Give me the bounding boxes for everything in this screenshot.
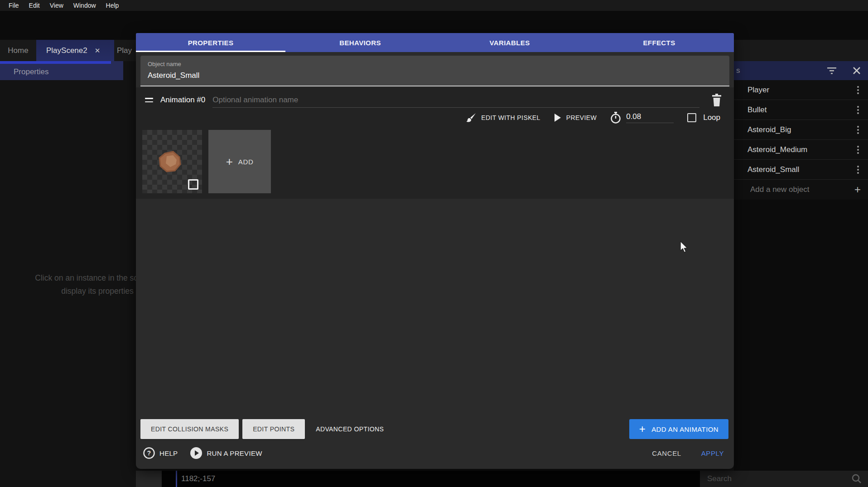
- dialog-buttons-row: EDIT COLLISION MASKS EDIT POINTS ADVANCE…: [136, 419, 734, 439]
- scene-status-divider: [176, 471, 177, 487]
- menu-bar: File Edit View Window Help: [0, 0, 868, 11]
- dialog-empty-area: [136, 199, 734, 419]
- frame-thumbnail[interactable]: [142, 130, 202, 193]
- edit-collision-masks-button[interactable]: EDIT COLLISION MASKS: [140, 419, 239, 439]
- object-editor-dialog: PROPERTIES BEHAVIORS VARIABLES EFFECTS O…: [136, 33, 734, 469]
- add-an-animation-button[interactable]: + ADD AN ANIMATION: [629, 419, 728, 439]
- delete-animation-icon[interactable]: [711, 94, 722, 106]
- apply-button[interactable]: APPLY: [701, 449, 724, 457]
- tab-playscene2[interactable]: PlayScene2 ✕: [36, 40, 114, 61]
- frame-select-checkbox[interactable]: [188, 179, 198, 190]
- dialog-actions: CANCEL APPLY: [652, 449, 724, 457]
- advanced-options-button[interactable]: ADVANCED OPTIONS: [309, 419, 391, 439]
- properties-panel-title: Properties: [14, 67, 48, 76]
- app-window: File Edit View Window Help: [0, 0, 868, 487]
- time-between-frames-input[interactable]: [626, 112, 674, 123]
- properties-panel-header: Properties: [0, 61, 123, 80]
- loop-toggle[interactable]: Loop: [687, 113, 720, 122]
- scene-status-bar: [136, 471, 700, 487]
- add-object-plus-icon[interactable]: +: [854, 185, 861, 194]
- object-name-value[interactable]: Asteroid_Small: [148, 71, 722, 80]
- search-icon: [852, 474, 862, 484]
- menu-view[interactable]: View: [45, 1, 68, 10]
- kebab-menu-icon[interactable]: [855, 104, 861, 116]
- time-between-frames-field[interactable]: [610, 112, 674, 124]
- plus-icon: +: [226, 155, 233, 169]
- filter-icon[interactable]: [826, 66, 837, 75]
- objects-panel-header: s: [734, 61, 868, 80]
- menu-help[interactable]: Help: [101, 1, 124, 10]
- run-a-preview-button[interactable]: RUN A PREVIEW: [190, 447, 262, 459]
- animation-header-row: Animation #0: [136, 90, 734, 110]
- active-panel-accent-strip: [0, 61, 111, 64]
- cursor-coordinates: 1182;-157: [181, 471, 215, 487]
- animation-frames-row: + ADD: [136, 128, 734, 193]
- menu-window[interactable]: Window: [68, 1, 101, 10]
- help-icon: ?: [143, 447, 155, 459]
- close-panel-icon[interactable]: [853, 67, 861, 75]
- mouse-cursor: [680, 241, 689, 253]
- tab-close-icon[interactable]: ✕: [95, 47, 101, 55]
- object-name-label: Object name: [148, 61, 722, 67]
- edit-points-button[interactable]: EDIT POINTS: [242, 419, 305, 439]
- tab-variables[interactable]: VARIABLES: [435, 33, 584, 52]
- stopwatch-icon: [610, 112, 621, 124]
- add-new-object-row[interactable]: Add a new object +: [734, 180, 868, 200]
- kebab-menu-icon[interactable]: [855, 84, 861, 96]
- objects-panel-empty-area: [734, 200, 868, 471]
- scene-status-left-block: [136, 471, 162, 487]
- object-row-bullet[interactable]: Bullet: [734, 100, 868, 120]
- menu-file[interactable]: File: [4, 1, 24, 10]
- brush-icon: [466, 113, 476, 123]
- play-icon: [554, 114, 561, 122]
- menu-edit[interactable]: Edit: [24, 1, 45, 10]
- animation-section: Animation #0 EDIT WITH PISKEL: [136, 87, 734, 199]
- tab-home[interactable]: Home: [0, 40, 36, 61]
- run-preview-icon: [190, 447, 202, 459]
- objects-list: Player Bullet Asteroid_Big Asteroid_Medi…: [734, 80, 868, 200]
- objects-search-input[interactable]: [700, 474, 852, 483]
- dialog-tab-bar: PROPERTIES BEHAVIORS VARIABLES EFFECTS: [136, 33, 734, 52]
- cancel-button[interactable]: CANCEL: [652, 449, 681, 457]
- svg-text:?: ?: [147, 449, 151, 457]
- tab-playscene2-label: PlayScene2: [46, 46, 87, 55]
- object-name-field[interactable]: Object name Asteroid_Small: [140, 56, 729, 86]
- animation-title: Animation #0: [160, 95, 205, 105]
- drag-handle-icon[interactable]: [145, 98, 153, 102]
- loop-checkbox[interactable]: [687, 113, 696, 122]
- preview-animation-button[interactable]: PREVIEW: [554, 114, 597, 122]
- object-row-player[interactable]: Player: [734, 80, 868, 100]
- object-row-asteroid-small[interactable]: Asteroid_Small: [734, 160, 868, 180]
- tab-effects[interactable]: EFFECTS: [584, 33, 734, 52]
- tab-behaviors[interactable]: BEHAVIORS: [285, 33, 435, 52]
- kebab-menu-icon[interactable]: [855, 144, 861, 156]
- kebab-menu-icon[interactable]: [855, 164, 861, 176]
- dialog-footer: ? HELP RUN A PREVIEW CANCEL APPLY: [136, 439, 734, 469]
- kebab-menu-icon[interactable]: [855, 124, 861, 136]
- help-button[interactable]: ? HELP: [143, 447, 178, 459]
- objects-panel-title-partial: s: [736, 66, 740, 75]
- animation-name-input[interactable]: [212, 92, 699, 108]
- objects-search-bar: [700, 471, 868, 487]
- edit-with-piskel-button[interactable]: EDIT WITH PISKEL: [466, 113, 540, 123]
- asteroid-sprite: [158, 151, 183, 174]
- object-row-asteroid-big[interactable]: Asteroid_Big: [734, 120, 868, 140]
- add-frame-button[interactable]: + ADD: [208, 130, 271, 193]
- tab-properties[interactable]: PROPERTIES: [136, 33, 285, 52]
- object-row-asteroid-medium[interactable]: Asteroid_Medium: [734, 140, 868, 160]
- animation-controls-row: EDIT WITH PISKEL PREVIEW: [136, 110, 734, 128]
